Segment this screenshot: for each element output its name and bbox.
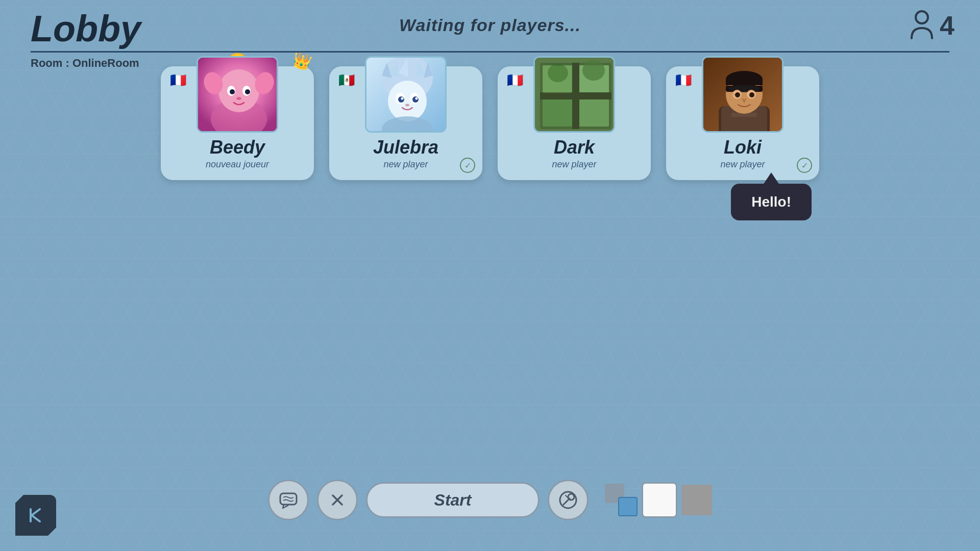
dark-subtitle: new player: [552, 159, 596, 170]
settings-button[interactable]: [548, 480, 589, 520]
svg-point-22: [412, 96, 419, 103]
julebra-flag: 🇲🇽: [338, 72, 355, 88]
player-card-dark: 🇫🇷: [498, 66, 651, 180]
player-cards-area: 🇫🇷 😁: [0, 66, 980, 180]
beedy-art: [198, 58, 277, 131]
loki-ready-badge: ✓: [797, 158, 812, 173]
beedy-flag: 🇫🇷: [170, 72, 186, 88]
svg-point-0: [916, 11, 928, 23]
player-count: 4: [940, 10, 954, 41]
wrench-icon: [558, 490, 578, 510]
svg-rect-32: [578, 98, 609, 127]
svg-point-3: [218, 69, 259, 112]
loki-subtitle: new player: [720, 159, 765, 170]
back-button[interactable]: [15, 495, 56, 536]
svg-rect-44: [726, 79, 763, 85]
loki-art: [703, 58, 782, 131]
start-button[interactable]: Start: [366, 482, 540, 518]
julebra-avatar: [365, 56, 447, 133]
cancel-icon: [328, 490, 347, 510]
chat-button[interactable]: [268, 480, 309, 520]
dark-art: [535, 58, 614, 131]
waiting-status: Waiting for players...: [399, 15, 581, 35]
svg-point-25: [405, 104, 409, 107]
svg-point-21: [398, 96, 404, 103]
chat-icon: [279, 490, 298, 510]
svg-rect-37: [543, 66, 571, 93]
julebra-art: [366, 58, 445, 131]
svg-point-10: [236, 97, 241, 100]
swatch-group[interactable]: [605, 484, 638, 516]
svg-point-23: [401, 97, 404, 100]
dark-avatar: [533, 56, 615, 133]
cancel-button[interactable]: [317, 480, 358, 520]
loki-speech-bubble: Hello!: [731, 184, 812, 220]
svg-rect-51: [280, 493, 297, 505]
color-swatches: [605, 482, 712, 518]
swatch-blue: [618, 497, 638, 516]
back-icon: [26, 505, 46, 525]
julebra-subtitle: new player: [383, 159, 428, 170]
beedy-subtitle: nouveau joueur: [206, 159, 269, 170]
player-count-area: 4: [909, 10, 954, 41]
speech-bubble-text: Hello!: [751, 194, 791, 210]
svg-point-46: [729, 85, 760, 92]
julebra-name: Julebra: [373, 137, 438, 158]
beedy-avatar: [197, 56, 278, 133]
svg-point-8: [230, 89, 235, 94]
svg-point-9: [245, 89, 250, 94]
swatch-white[interactable]: [642, 482, 677, 518]
svg-point-18: [388, 81, 427, 121]
loki-avatar: [702, 56, 783, 133]
player-card-loki: 🇫🇷: [666, 66, 819, 180]
player-card-beedy: 🇫🇷 😁: [161, 66, 314, 180]
player-card-julebra: 🇲🇽: [329, 66, 482, 180]
swatch-darkgray[interactable]: [681, 485, 712, 515]
person-icon: [909, 10, 935, 41]
dark-name: Dark: [554, 137, 595, 158]
loki-flag: 🇫🇷: [675, 72, 692, 88]
svg-rect-36: [540, 92, 611, 99]
header-divider: [31, 51, 949, 53]
beedy-name: Beedy: [210, 137, 265, 158]
svg-point-49: [735, 92, 740, 97]
dark-flag: 🇫🇷: [507, 72, 523, 88]
svg-point-24: [415, 97, 418, 100]
svg-point-50: [749, 92, 754, 97]
loki-name: Loki: [724, 137, 762, 158]
svg-rect-31: [543, 98, 573, 127]
toolbar: Start: [268, 480, 712, 520]
svg-point-55: [568, 494, 574, 500]
julebra-ready-badge: ✓: [460, 158, 475, 173]
svg-point-34: [582, 60, 605, 81]
start-label: Start: [434, 491, 472, 510]
